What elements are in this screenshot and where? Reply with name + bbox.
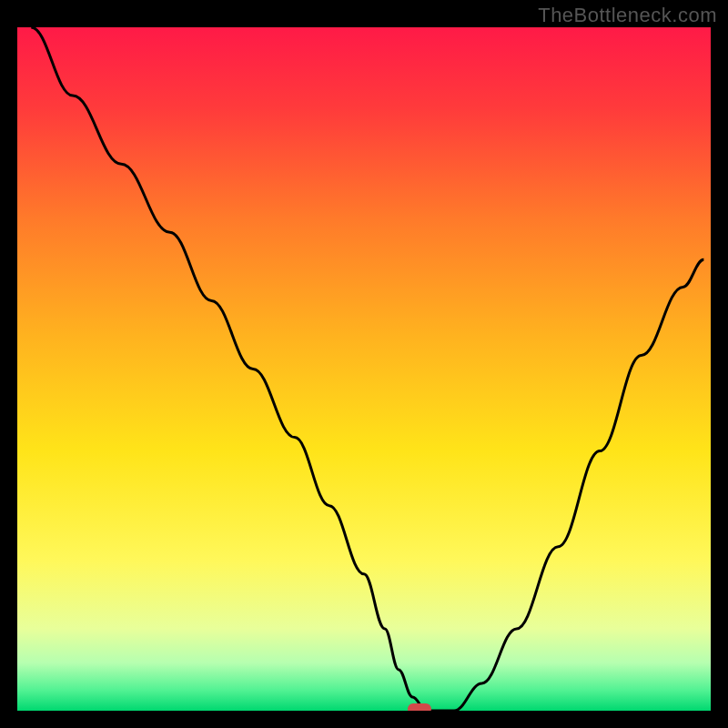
- chart-frame: TheBottleneck.com: [0, 0, 728, 728]
- optimal-marker: [408, 703, 431, 711]
- bottleneck-chart: [17, 27, 711, 711]
- gradient-background: [17, 27, 711, 711]
- watermark-text: TheBottleneck.com: [538, 4, 717, 27]
- plot-area: [17, 27, 711, 711]
